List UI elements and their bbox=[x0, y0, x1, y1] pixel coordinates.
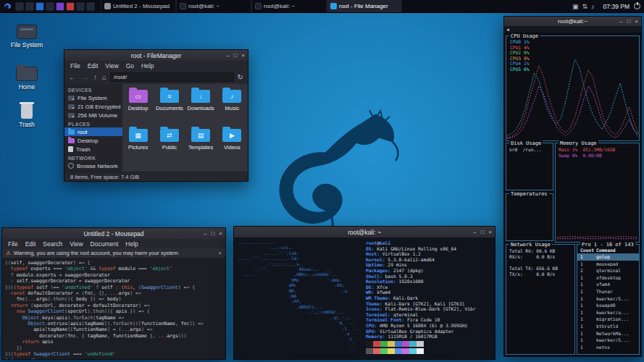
desktop-icon-file-system[interactable]: File System bbox=[6, 20, 48, 49]
folder-music[interactable]: ♪Music bbox=[217, 87, 248, 126]
menu-item-view[interactable]: View bbox=[66, 240, 86, 248]
taskbar-window-label: root@kali: ~ bbox=[264, 3, 295, 9]
gotop-titlebar[interactable]: root@kali:~ – □ × bbox=[504, 17, 641, 26]
text-editor-area[interactable]: ((self, swaggerDecorator) => { typeof ex… bbox=[2, 258, 225, 359]
process-row[interactable]: 1gotop bbox=[577, 253, 639, 261]
menu-item-go[interactable]: Go bbox=[122, 62, 138, 70]
menu-item-document[interactable]: Document bbox=[87, 240, 122, 248]
network-tray-icon[interactable]: ⇅ bbox=[582, 3, 588, 10]
menu-item-search[interactable]: Search bbox=[39, 240, 66, 248]
folder-icon: ▶ bbox=[222, 129, 241, 142]
process-row[interactable]: 1Thunar bbox=[577, 288, 639, 295]
network-usage-box: Network UsageTotal RX: 80.6 KB RX/s: 0.0… bbox=[506, 244, 575, 355]
up-button[interactable]: ↑ bbox=[92, 73, 99, 81]
maximize-icon[interactable]: □ bbox=[627, 19, 630, 25]
folder-videos[interactable]: ▶Videos bbox=[217, 126, 248, 165]
taskbar-window-button[interactable]: root@kali: ~ bbox=[251, 0, 327, 12]
launcher-icon-1[interactable] bbox=[15, 2, 24, 11]
folder-emblem-icon: ▭ bbox=[129, 90, 148, 103]
forward-button[interactable]: → bbox=[80, 73, 90, 81]
sidebar-item-browse-network[interactable]: Browse Network bbox=[64, 161, 122, 170]
folder-public[interactable]: ⇄Public bbox=[154, 126, 185, 165]
back-button[interactable]: ← bbox=[67, 73, 78, 81]
maximize-icon[interactable]: □ bbox=[480, 230, 484, 235]
process-command: kworker/5... bbox=[596, 295, 630, 303]
close-icon[interactable]: × bbox=[488, 230, 492, 235]
minimize-icon[interactable]: – bbox=[619, 19, 622, 25]
menu-item-edit[interactable]: Edit bbox=[84, 62, 102, 70]
sidebar-item-label: Desktop bbox=[78, 138, 99, 144]
process-row[interactable]: 1kswapd0 bbox=[577, 302, 639, 309]
launcher-icon-3[interactable] bbox=[35, 2, 44, 11]
close-icon[interactable]: × bbox=[241, 53, 245, 59]
close-icon[interactable]: × bbox=[635, 19, 638, 25]
sidebar-item-desktop[interactable]: Desktop bbox=[64, 136, 122, 145]
launcher-icon-7[interactable] bbox=[76, 2, 85, 11]
process-row[interactable]: 2qterminal bbox=[577, 267, 639, 274]
process-row[interactable]: 1kthrotld bbox=[577, 323, 639, 330]
process-row[interactable]: 1kworker/5... bbox=[577, 295, 639, 303]
warning-close-icon[interactable]: × bbox=[219, 250, 222, 256]
process-row[interactable]: 1mousepad bbox=[577, 261, 639, 268]
process-command: mousepad bbox=[596, 261, 618, 268]
launcher-icon-4[interactable] bbox=[46, 2, 54, 11]
taskbar-window-button[interactable]: Untitled 2 - Mousepad bbox=[101, 0, 176, 12]
folder-desktop[interactable]: ▭Desktop bbox=[122, 87, 154, 126]
sidebar-item-21-gb-encrypted[interactable]: 21 GB Encrypted bbox=[64, 102, 122, 111]
launcher-icon-6[interactable] bbox=[66, 2, 75, 11]
sidebar-item-root[interactable]: root bbox=[64, 127, 122, 136]
volume-tray-icon[interactable]: ♪ bbox=[591, 3, 595, 10]
launcher-icon-2[interactable] bbox=[25, 2, 34, 11]
process-row[interactable]: 1netns bbox=[577, 344, 639, 351]
process-row[interactable]: 1NetworkMa... bbox=[577, 330, 639, 337]
desktop-icon-home[interactable]: Home bbox=[6, 62, 48, 90]
process-row[interactable]: 1kworker/5... bbox=[577, 337, 639, 344]
mousepad-titlebar[interactable]: Untitled 2 - Mousepad – □ × bbox=[2, 228, 225, 239]
taskbar-window-button[interactable]: root@kali: ~ bbox=[176, 0, 251, 12]
path-input[interactable]: /root/ bbox=[110, 72, 234, 82]
menu-item-file[interactable]: File bbox=[67, 62, 84, 70]
menu-item-help[interactable]: Help bbox=[122, 240, 141, 248]
power-icon[interactable] bbox=[634, 3, 640, 9]
folder-documents[interactable]: ≡Documents bbox=[154, 87, 185, 126]
clipboard-tray-icon[interactable]: ▣ bbox=[572, 3, 579, 10]
kali-menu-button[interactable] bbox=[2, 1, 13, 12]
process-row[interactable]: 1migration... bbox=[577, 316, 639, 323]
maximize-icon[interactable]: □ bbox=[211, 231, 214, 237]
home-button[interactable]: ⌂ bbox=[101, 73, 108, 81]
process-count: 1 bbox=[580, 344, 596, 351]
folder-pictures[interactable]: ▦Pictures bbox=[122, 126, 154, 165]
folder-downloads[interactable]: ↓Downloads bbox=[185, 87, 217, 126]
color-swatch bbox=[417, 341, 424, 347]
color-swatch bbox=[409, 341, 417, 347]
process-row[interactable]: 1kworker/u... bbox=[577, 309, 639, 316]
launcher-icon-8[interactable] bbox=[86, 2, 95, 11]
scroll-arrow-icon[interactable]: ◄ bbox=[506, 28, 510, 32]
terminal-titlebar[interactable]: root@kali: ~ – □ × bbox=[234, 227, 495, 237]
menu-item-edit[interactable]: Edit bbox=[22, 240, 40, 248]
taskbar-window-button[interactable]: root - File Manager bbox=[327, 0, 402, 12]
close-icon[interactable]: × bbox=[219, 231, 222, 237]
sidebar-item-file-system[interactable]: File System bbox=[64, 93, 122, 102]
file-manager-titlebar[interactable]: root - FileManager – □ × bbox=[64, 50, 248, 61]
terminal-output[interactable]: .............. ..,;:ccc,. ......''';lxO.… bbox=[234, 237, 495, 359]
minimize-icon[interactable]: – bbox=[226, 53, 229, 59]
minimize-icon[interactable]: – bbox=[473, 230, 476, 235]
minimize-icon[interactable]: – bbox=[204, 231, 206, 237]
sidebar-item-trash[interactable]: Trash bbox=[64, 145, 122, 153]
color-swatch bbox=[388, 348, 395, 354]
folder-templates[interactable]: ▤Templates bbox=[185, 126, 217, 165]
launcher-icon-5[interactable] bbox=[56, 2, 64, 11]
process-row[interactable]: 1xfwm4 bbox=[577, 281, 639, 288]
process-row[interactable]: 1xfdesktop bbox=[577, 274, 639, 282]
menu-item-view[interactable]: View bbox=[101, 62, 122, 70]
cpu-legend-item: CPU2 0% bbox=[510, 50, 530, 56]
desktop-icon-trash[interactable]: Trash bbox=[6, 100, 48, 128]
reload-button[interactable]: ↻ bbox=[236, 73, 245, 81]
sidebar-item-256-mb-volume[interactable]: 256 MB Volume bbox=[64, 111, 122, 119]
panel-clock[interactable]: 07:39 PM bbox=[603, 3, 630, 10]
menu-item-help[interactable]: Help bbox=[138, 62, 157, 70]
menu-item-file[interactable]: File bbox=[4, 240, 22, 248]
process-command: Thunar bbox=[596, 288, 613, 295]
maximize-icon[interactable]: □ bbox=[233, 53, 237, 59]
